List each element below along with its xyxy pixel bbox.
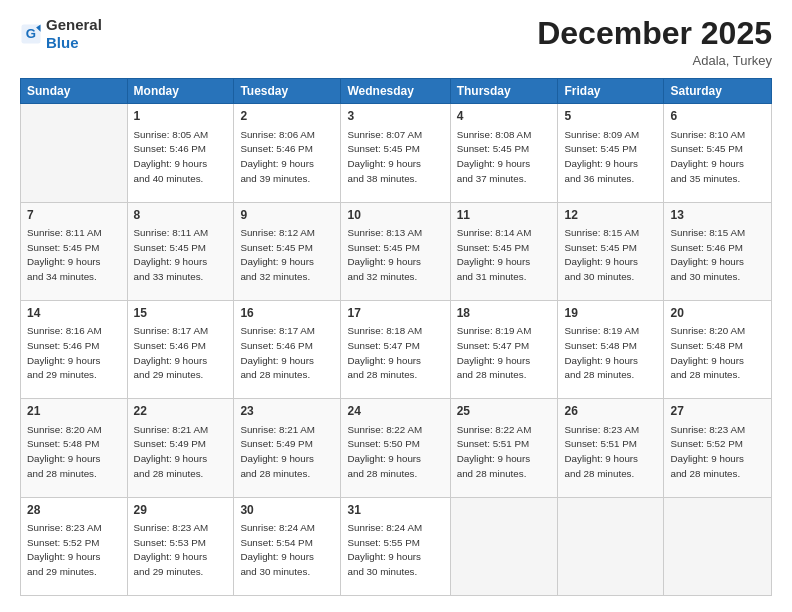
day-number: 22 <box>134 403 228 420</box>
day-info: Sunrise: 8:11 AMSunset: 5:45 PMDaylight:… <box>134 226 228 285</box>
day-info: Sunrise: 8:12 AMSunset: 5:45 PMDaylight:… <box>240 226 334 285</box>
logo-general: General <box>46 16 102 33</box>
month-title: December 2025 <box>537 16 772 51</box>
day-number: 20 <box>670 305 765 322</box>
calendar-cell: 26Sunrise: 8:23 AMSunset: 5:51 PMDayligh… <box>558 399 664 497</box>
day-number: 24 <box>347 403 443 420</box>
day-info: Sunrise: 8:22 AMSunset: 5:51 PMDaylight:… <box>457 423 552 482</box>
day-info: Sunrise: 8:09 AMSunset: 5:45 PMDaylight:… <box>564 128 657 187</box>
day-info: Sunrise: 8:13 AMSunset: 5:45 PMDaylight:… <box>347 226 443 285</box>
weekday-header-row: SundayMondayTuesdayWednesdayThursdayFrid… <box>21 79 772 104</box>
day-info: Sunrise: 8:17 AMSunset: 5:46 PMDaylight:… <box>134 324 228 383</box>
week-row-2: 7Sunrise: 8:11 AMSunset: 5:45 PMDaylight… <box>21 202 772 300</box>
title-block: December 2025 Adala, Turkey <box>537 16 772 68</box>
day-info: Sunrise: 8:16 AMSunset: 5:46 PMDaylight:… <box>27 324 121 383</box>
day-number: 3 <box>347 108 443 125</box>
weekday-wednesday: Wednesday <box>341 79 450 104</box>
calendar-cell: 3Sunrise: 8:07 AMSunset: 5:45 PMDaylight… <box>341 104 450 202</box>
calendar-cell: 20Sunrise: 8:20 AMSunset: 5:48 PMDayligh… <box>664 300 772 398</box>
calendar-page: G General Blue December 2025 Adala, Turk… <box>0 0 792 612</box>
calendar-cell: 28Sunrise: 8:23 AMSunset: 5:52 PMDayligh… <box>21 497 128 595</box>
calendar-cell: 12Sunrise: 8:15 AMSunset: 5:45 PMDayligh… <box>558 202 664 300</box>
calendar-cell: 23Sunrise: 8:21 AMSunset: 5:49 PMDayligh… <box>234 399 341 497</box>
calendar-cell: 13Sunrise: 8:15 AMSunset: 5:46 PMDayligh… <box>664 202 772 300</box>
week-row-5: 28Sunrise: 8:23 AMSunset: 5:52 PMDayligh… <box>21 497 772 595</box>
day-number: 31 <box>347 502 443 519</box>
calendar-cell: 29Sunrise: 8:23 AMSunset: 5:53 PMDayligh… <box>127 497 234 595</box>
day-info: Sunrise: 8:05 AMSunset: 5:46 PMDaylight:… <box>134 128 228 187</box>
weekday-friday: Friday <box>558 79 664 104</box>
day-number: 27 <box>670 403 765 420</box>
calendar-cell: 5Sunrise: 8:09 AMSunset: 5:45 PMDaylight… <box>558 104 664 202</box>
logo-text: General Blue <box>46 16 102 52</box>
day-info: Sunrise: 8:21 AMSunset: 5:49 PMDaylight:… <box>134 423 228 482</box>
day-number: 21 <box>27 403 121 420</box>
day-info: Sunrise: 8:22 AMSunset: 5:50 PMDaylight:… <box>347 423 443 482</box>
week-row-3: 14Sunrise: 8:16 AMSunset: 5:46 PMDayligh… <box>21 300 772 398</box>
day-number: 26 <box>564 403 657 420</box>
day-number: 29 <box>134 502 228 519</box>
day-number: 10 <box>347 207 443 224</box>
calendar-cell: 15Sunrise: 8:17 AMSunset: 5:46 PMDayligh… <box>127 300 234 398</box>
calendar-table: SundayMondayTuesdayWednesdayThursdayFrid… <box>20 78 772 596</box>
calendar-cell: 10Sunrise: 8:13 AMSunset: 5:45 PMDayligh… <box>341 202 450 300</box>
day-info: Sunrise: 8:18 AMSunset: 5:47 PMDaylight:… <box>347 324 443 383</box>
calendar-cell: 11Sunrise: 8:14 AMSunset: 5:45 PMDayligh… <box>450 202 558 300</box>
calendar-cell: 14Sunrise: 8:16 AMSunset: 5:46 PMDayligh… <box>21 300 128 398</box>
calendar-cell: 30Sunrise: 8:24 AMSunset: 5:54 PMDayligh… <box>234 497 341 595</box>
calendar-cell: 9Sunrise: 8:12 AMSunset: 5:45 PMDaylight… <box>234 202 341 300</box>
day-number: 17 <box>347 305 443 322</box>
day-number: 19 <box>564 305 657 322</box>
calendar-cell: 19Sunrise: 8:19 AMSunset: 5:48 PMDayligh… <box>558 300 664 398</box>
calendar-cell: 1Sunrise: 8:05 AMSunset: 5:46 PMDaylight… <box>127 104 234 202</box>
day-number: 4 <box>457 108 552 125</box>
calendar-cell: 8Sunrise: 8:11 AMSunset: 5:45 PMDaylight… <box>127 202 234 300</box>
day-number: 5 <box>564 108 657 125</box>
day-number: 6 <box>670 108 765 125</box>
day-info: Sunrise: 8:11 AMSunset: 5:45 PMDaylight:… <box>27 226 121 285</box>
day-info: Sunrise: 8:23 AMSunset: 5:51 PMDaylight:… <box>564 423 657 482</box>
logo-blue: Blue <box>46 34 79 51</box>
day-number: 15 <box>134 305 228 322</box>
day-info: Sunrise: 8:23 AMSunset: 5:52 PMDaylight:… <box>27 521 121 580</box>
calendar-cell: 17Sunrise: 8:18 AMSunset: 5:47 PMDayligh… <box>341 300 450 398</box>
week-row-1: 1Sunrise: 8:05 AMSunset: 5:46 PMDaylight… <box>21 104 772 202</box>
day-number: 9 <box>240 207 334 224</box>
calendar-cell: 7Sunrise: 8:11 AMSunset: 5:45 PMDaylight… <box>21 202 128 300</box>
calendar-cell: 4Sunrise: 8:08 AMSunset: 5:45 PMDaylight… <box>450 104 558 202</box>
location: Adala, Turkey <box>537 53 772 68</box>
day-info: Sunrise: 8:17 AMSunset: 5:46 PMDaylight:… <box>240 324 334 383</box>
calendar-cell: 22Sunrise: 8:21 AMSunset: 5:49 PMDayligh… <box>127 399 234 497</box>
calendar-cell: 2Sunrise: 8:06 AMSunset: 5:46 PMDaylight… <box>234 104 341 202</box>
day-info: Sunrise: 8:08 AMSunset: 5:45 PMDaylight:… <box>457 128 552 187</box>
weekday-sunday: Sunday <box>21 79 128 104</box>
day-number: 16 <box>240 305 334 322</box>
calendar-cell: 31Sunrise: 8:24 AMSunset: 5:55 PMDayligh… <box>341 497 450 595</box>
day-info: Sunrise: 8:24 AMSunset: 5:55 PMDaylight:… <box>347 521 443 580</box>
day-info: Sunrise: 8:20 AMSunset: 5:48 PMDaylight:… <box>670 324 765 383</box>
logo: G General Blue <box>20 16 102 52</box>
calendar-cell <box>664 497 772 595</box>
day-number: 8 <box>134 207 228 224</box>
day-number: 23 <box>240 403 334 420</box>
calendar-cell: 25Sunrise: 8:22 AMSunset: 5:51 PMDayligh… <box>450 399 558 497</box>
day-number: 2 <box>240 108 334 125</box>
calendar-cell: 16Sunrise: 8:17 AMSunset: 5:46 PMDayligh… <box>234 300 341 398</box>
weekday-thursday: Thursday <box>450 79 558 104</box>
day-info: Sunrise: 8:15 AMSunset: 5:45 PMDaylight:… <box>564 226 657 285</box>
day-number: 13 <box>670 207 765 224</box>
day-number: 14 <box>27 305 121 322</box>
calendar-cell: 24Sunrise: 8:22 AMSunset: 5:50 PMDayligh… <box>341 399 450 497</box>
day-info: Sunrise: 8:06 AMSunset: 5:46 PMDaylight:… <box>240 128 334 187</box>
calendar-cell: 27Sunrise: 8:23 AMSunset: 5:52 PMDayligh… <box>664 399 772 497</box>
day-number: 28 <box>27 502 121 519</box>
day-number: 25 <box>457 403 552 420</box>
calendar-cell: 18Sunrise: 8:19 AMSunset: 5:47 PMDayligh… <box>450 300 558 398</box>
day-number: 11 <box>457 207 552 224</box>
day-info: Sunrise: 8:19 AMSunset: 5:47 PMDaylight:… <box>457 324 552 383</box>
day-info: Sunrise: 8:15 AMSunset: 5:46 PMDaylight:… <box>670 226 765 285</box>
weekday-monday: Monday <box>127 79 234 104</box>
calendar-cell <box>450 497 558 595</box>
day-number: 7 <box>27 207 121 224</box>
day-info: Sunrise: 8:23 AMSunset: 5:52 PMDaylight:… <box>670 423 765 482</box>
